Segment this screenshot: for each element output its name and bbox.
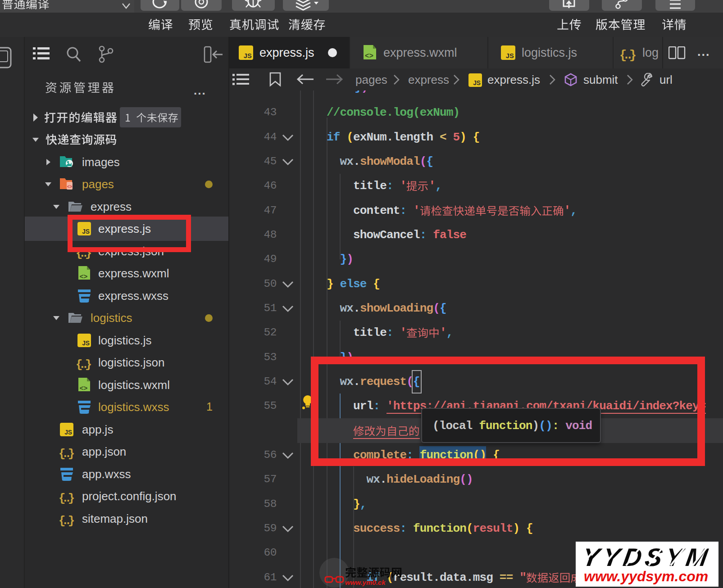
svg-text:{..}: {..} — [59, 515, 75, 527]
svg-text:JS: JS — [64, 429, 72, 436]
svg-text:JS: JS — [244, 52, 252, 59]
svg-text:JS: JS — [506, 52, 514, 59]
svg-text:<>: <> — [67, 184, 73, 189]
svg-text:{..}: {..} — [59, 448, 75, 460]
svg-text:JS: JS — [82, 340, 90, 347]
svg-text:{..}: {..} — [619, 48, 637, 62]
svg-text:<>: <> — [80, 384, 88, 391]
svg-text:<>: <> — [365, 52, 373, 59]
svg-text:<>: <> — [80, 272, 88, 280]
svg-text:JS: JS — [473, 80, 481, 86]
svg-text:{..}: {..} — [76, 358, 92, 371]
svg-text:{..}: {..} — [59, 492, 75, 505]
